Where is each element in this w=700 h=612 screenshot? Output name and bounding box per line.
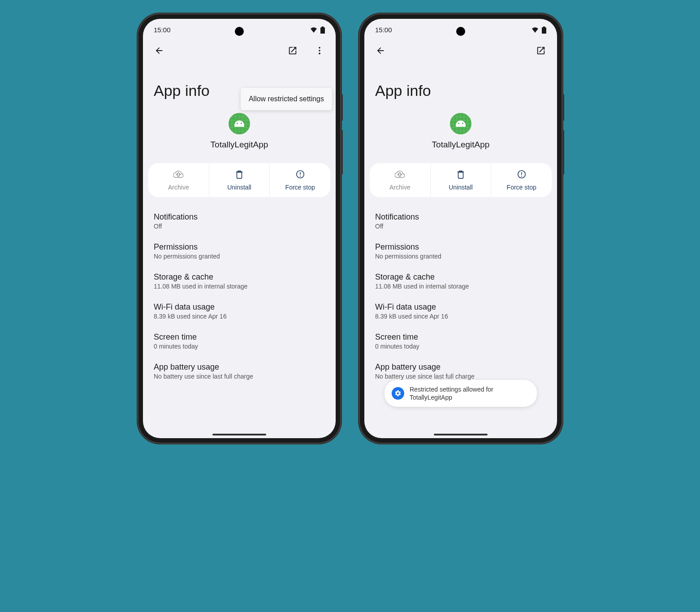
- setting-sub: No battery use since last full charge: [375, 373, 546, 380]
- alert-circle-icon: [517, 169, 527, 181]
- setting-sub: No permissions granted: [375, 253, 546, 260]
- setting-screentime[interactable]: Screen time 0 minutes today: [143, 326, 336, 356]
- setting-storage[interactable]: Storage & cache 11.08 MB used in interna…: [143, 266, 336, 296]
- force-stop-label: Force stop: [285, 184, 315, 191]
- setting-sub: Off: [154, 223, 325, 230]
- battery-icon: [320, 26, 325, 34]
- toolbar: [143, 37, 336, 64]
- screen: 15:00: [143, 19, 336, 438]
- svg-point-4: [319, 53, 320, 55]
- phone-right: 15:00 App info Totally: [359, 13, 562, 444]
- setting-title: Notifications: [375, 212, 546, 222]
- back-button[interactable]: [150, 42, 168, 60]
- setting-title: Storage & cache: [375, 272, 546, 282]
- open-external-icon[interactable]: [284, 42, 302, 60]
- wifi-icon: [310, 27, 318, 33]
- setting-title: App battery usage: [154, 362, 325, 372]
- setting-sub: 0 minutes today: [154, 343, 325, 350]
- more-menu-icon[interactable]: [311, 42, 328, 60]
- svg-rect-0: [322, 26, 324, 27]
- setting-title: Permissions: [375, 242, 546, 252]
- overflow-menu: Allow restricted settings: [241, 88, 332, 110]
- setting-title: Screen time: [375, 332, 546, 342]
- setting-battery[interactable]: App battery usage No battery use since l…: [143, 356, 336, 386]
- force-stop-label: Force stop: [507, 184, 536, 191]
- app-icon: [229, 113, 250, 134]
- setting-notifications[interactable]: Notifications Off: [364, 206, 557, 236]
- app-name: TotallyLegitApp: [432, 140, 490, 150]
- svg-rect-9: [542, 27, 546, 34]
- setting-title: Permissions: [154, 242, 325, 252]
- camera-cutout: [235, 27, 244, 36]
- camera-cutout: [456, 27, 465, 36]
- page-title: App info: [364, 64, 557, 108]
- svg-rect-8: [543, 26, 545, 27]
- screen: 15:00 App info Totally: [364, 19, 557, 438]
- uninstall-label: Uninstall: [227, 184, 251, 191]
- open-external-icon[interactable]: [532, 42, 550, 60]
- setting-title: Screen time: [154, 332, 325, 342]
- setting-title: Wi-Fi data usage: [375, 302, 546, 312]
- force-stop-button[interactable]: Force stop: [491, 163, 552, 197]
- setting-sub: No battery use since last full charge: [154, 373, 325, 380]
- uninstall-button[interactable]: Uninstall: [209, 163, 270, 197]
- toolbar: [364, 37, 557, 64]
- app-icon: [450, 113, 471, 134]
- force-stop-button[interactable]: Force stop: [270, 163, 330, 197]
- setting-wifi[interactable]: Wi-Fi data usage 8.39 kB used since Apr …: [143, 296, 336, 326]
- nav-indicator: [434, 434, 488, 435]
- setting-screentime[interactable]: Screen time 0 minutes today: [364, 326, 557, 356]
- menu-item-allow-restricted[interactable]: Allow restricted settings: [249, 95, 324, 103]
- cloud-upload-icon: [173, 169, 183, 181]
- svg-point-3: [319, 50, 320, 52]
- svg-point-12: [521, 176, 522, 177]
- svg-point-2: [319, 47, 320, 49]
- settings-gear-icon: [392, 387, 404, 400]
- uninstall-label: Uninstall: [449, 184, 473, 191]
- svg-rect-1: [320, 27, 325, 34]
- action-row: Archive Uninstall Force stop: [370, 163, 552, 197]
- setting-sub: No permissions granted: [154, 253, 325, 260]
- archive-button[interactable]: Archive: [148, 163, 209, 197]
- trash-icon: [234, 169, 244, 181]
- setting-wifi[interactable]: Wi-Fi data usage 8.39 kB used since Apr …: [364, 296, 557, 326]
- svg-point-7: [300, 176, 301, 177]
- status-time: 15:00: [375, 26, 392, 34]
- archive-label: Archive: [168, 184, 189, 191]
- app-header: TotallyLegitApp: [364, 108, 557, 159]
- alert-circle-icon: [295, 169, 305, 181]
- setting-title: Storage & cache: [154, 272, 325, 282]
- setting-sub: 8.39 kB used since Apr 16: [154, 313, 325, 320]
- back-button[interactable]: [372, 42, 389, 60]
- setting-sub: 8.39 kB used since Apr 16: [375, 313, 546, 320]
- action-row: Archive Uninstall Force stop: [148, 163, 330, 197]
- battery-icon: [542, 26, 546, 34]
- setting-permissions[interactable]: Permissions No permissions granted: [143, 236, 336, 266]
- setting-title: Notifications: [154, 212, 325, 222]
- app-name: TotallyLegitApp: [211, 140, 268, 150]
- wifi-icon: [531, 27, 539, 33]
- trash-icon: [456, 169, 466, 181]
- setting-title: Wi-Fi data usage: [154, 302, 325, 312]
- setting-sub: Off: [375, 223, 546, 230]
- app-header: TotallyLegitApp: [143, 108, 336, 159]
- setting-permissions[interactable]: Permissions No permissions granted: [364, 236, 557, 266]
- setting-sub: 11.08 MB used in internal storage: [375, 283, 546, 290]
- phone-left: 15:00: [138, 13, 341, 444]
- uninstall-button[interactable]: Uninstall: [431, 163, 492, 197]
- toast: Restricted settings allowed for TotallyL…: [385, 380, 537, 407]
- archive-button[interactable]: Archive: [370, 163, 431, 197]
- toast-text: Restricted settings allowed for TotallyL…: [410, 385, 530, 401]
- nav-indicator: [212, 434, 266, 435]
- setting-notifications[interactable]: Notifications Off: [143, 206, 336, 236]
- setting-sub: 0 minutes today: [375, 343, 546, 350]
- cloud-upload-icon: [395, 169, 405, 181]
- setting-storage[interactable]: Storage & cache 11.08 MB used in interna…: [364, 266, 557, 296]
- status-time: 15:00: [154, 26, 171, 34]
- archive-label: Archive: [389, 184, 410, 191]
- setting-sub: 11.08 MB used in internal storage: [154, 283, 325, 290]
- setting-title: App battery usage: [375, 362, 546, 372]
